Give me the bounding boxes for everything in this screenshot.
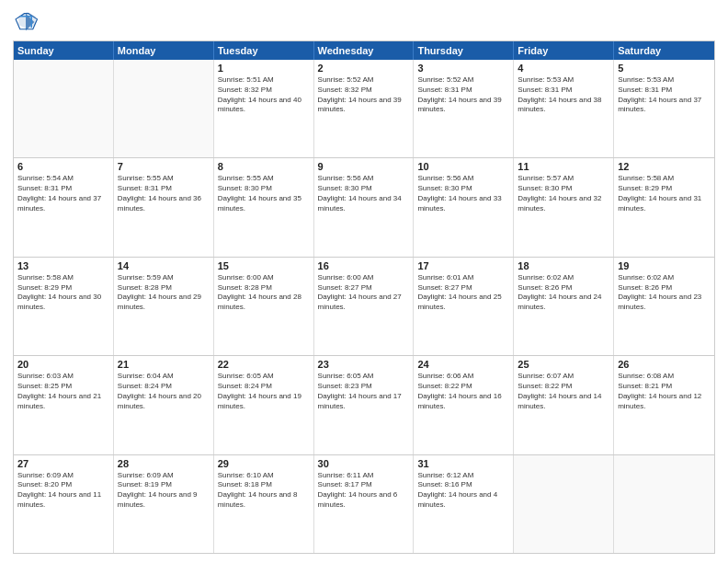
calendar-cell: 17Sunrise: 6:01 AM Sunset: 8:27 PM Dayli… bbox=[414, 258, 514, 355]
calendar-cell bbox=[114, 60, 214, 157]
calendar-cell: 28Sunrise: 6:09 AM Sunset: 8:19 PM Dayli… bbox=[114, 455, 214, 553]
calendar-row: 27Sunrise: 6:09 AM Sunset: 8:20 PM Dayli… bbox=[14, 455, 714, 553]
calendar-cell: 18Sunrise: 6:02 AM Sunset: 8:26 PM Dayli… bbox=[514, 258, 614, 355]
day-number: 17 bbox=[417, 260, 509, 271]
day-info: Sunrise: 5:53 AM Sunset: 8:31 PM Dayligh… bbox=[618, 75, 711, 115]
day-info: Sunrise: 6:08 AM Sunset: 8:21 PM Dayligh… bbox=[618, 372, 711, 411]
day-number: 18 bbox=[518, 260, 609, 271]
day-number: 20 bbox=[17, 359, 109, 370]
day-number: 4 bbox=[518, 63, 609, 74]
calendar-cell: 23Sunrise: 6:05 AM Sunset: 8:23 PM Dayli… bbox=[314, 356, 415, 454]
day-info: Sunrise: 6:01 AM Sunset: 8:27 PM Dayligh… bbox=[417, 273, 509, 313]
calendar: SundayMondayTuesdayWednesdayThursdayFrid… bbox=[13, 40, 715, 554]
day-number: 25 bbox=[518, 359, 609, 370]
day-info: Sunrise: 5:57 AM Sunset: 8:30 PM Dayligh… bbox=[518, 174, 609, 213]
calendar-row: 20Sunrise: 6:03 AM Sunset: 8:25 PM Dayli… bbox=[14, 356, 714, 454]
day-number: 7 bbox=[118, 161, 210, 172]
calendar-cell: 15Sunrise: 6:00 AM Sunset: 8:28 PM Dayli… bbox=[214, 258, 314, 355]
calendar-cell: 5Sunrise: 5:53 AM Sunset: 8:31 PM Daylig… bbox=[614, 60, 714, 157]
weekday-header: Sunday bbox=[14, 41, 114, 60]
logo-icon bbox=[13, 9, 39, 35]
day-number: 1 bbox=[218, 63, 310, 74]
calendar-cell: 20Sunrise: 6:03 AM Sunset: 8:25 PM Dayli… bbox=[14, 356, 114, 454]
header bbox=[13, 9, 715, 35]
weekday-header: Saturday bbox=[614, 41, 714, 60]
calendar-cell: 21Sunrise: 6:04 AM Sunset: 8:24 PM Dayli… bbox=[114, 356, 214, 454]
day-info: Sunrise: 6:03 AM Sunset: 8:25 PM Dayligh… bbox=[17, 372, 109, 411]
calendar-cell: 19Sunrise: 6:02 AM Sunset: 8:26 PM Dayli… bbox=[614, 258, 714, 355]
calendar-cell bbox=[614, 455, 714, 553]
calendar-row: 6Sunrise: 5:54 AM Sunset: 8:31 PM Daylig… bbox=[14, 158, 714, 257]
calendar-cell: 27Sunrise: 6:09 AM Sunset: 8:20 PM Dayli… bbox=[14, 455, 114, 553]
calendar-cell: 4Sunrise: 5:53 AM Sunset: 8:31 PM Daylig… bbox=[514, 60, 614, 157]
day-info: Sunrise: 6:02 AM Sunset: 8:26 PM Dayligh… bbox=[518, 273, 609, 313]
day-info: Sunrise: 5:51 AM Sunset: 8:32 PM Dayligh… bbox=[218, 75, 310, 115]
day-info: Sunrise: 5:55 AM Sunset: 8:30 PM Dayligh… bbox=[218, 174, 310, 213]
calendar-cell: 1Sunrise: 5:51 AM Sunset: 8:32 PM Daylig… bbox=[214, 60, 314, 157]
day-info: Sunrise: 5:55 AM Sunset: 8:31 PM Dayligh… bbox=[118, 174, 210, 213]
day-number: 31 bbox=[417, 458, 509, 469]
day-number: 12 bbox=[618, 161, 711, 172]
day-info: Sunrise: 6:11 AM Sunset: 8:17 PM Dayligh… bbox=[318, 471, 410, 511]
day-number: 13 bbox=[17, 260, 109, 271]
day-number: 14 bbox=[118, 260, 210, 271]
calendar-row: 13Sunrise: 5:58 AM Sunset: 8:29 PM Dayli… bbox=[14, 258, 714, 356]
calendar-body: 1Sunrise: 5:51 AM Sunset: 8:32 PM Daylig… bbox=[14, 60, 714, 553]
day-info: Sunrise: 6:00 AM Sunset: 8:28 PM Dayligh… bbox=[218, 273, 310, 313]
weekday-header: Friday bbox=[514, 41, 614, 60]
calendar-cell: 7Sunrise: 5:55 AM Sunset: 8:31 PM Daylig… bbox=[114, 158, 214, 256]
calendar-cell: 9Sunrise: 5:56 AM Sunset: 8:30 PM Daylig… bbox=[314, 158, 415, 256]
day-info: Sunrise: 6:05 AM Sunset: 8:23 PM Dayligh… bbox=[318, 372, 410, 411]
day-number: 15 bbox=[218, 260, 310, 271]
weekday-header: Thursday bbox=[414, 41, 514, 60]
day-number: 24 bbox=[417, 359, 509, 370]
day-number: 27 bbox=[17, 458, 109, 469]
calendar-cell: 12Sunrise: 5:58 AM Sunset: 8:29 PM Dayli… bbox=[614, 158, 714, 256]
day-info: Sunrise: 5:52 AM Sunset: 8:31 PM Dayligh… bbox=[417, 75, 509, 115]
calendar-cell: 16Sunrise: 6:00 AM Sunset: 8:27 PM Dayli… bbox=[314, 258, 415, 355]
day-number: 9 bbox=[318, 161, 410, 172]
day-number: 21 bbox=[118, 359, 210, 370]
day-info: Sunrise: 6:06 AM Sunset: 8:22 PM Dayligh… bbox=[417, 372, 509, 411]
calendar-cell: 2Sunrise: 5:52 AM Sunset: 8:32 PM Daylig… bbox=[314, 60, 415, 157]
day-info: Sunrise: 6:04 AM Sunset: 8:24 PM Dayligh… bbox=[118, 372, 210, 411]
calendar-cell: 10Sunrise: 5:56 AM Sunset: 8:30 PM Dayli… bbox=[414, 158, 514, 256]
day-number: 28 bbox=[118, 458, 210, 469]
weekday-header: Tuesday bbox=[214, 41, 314, 60]
day-number: 6 bbox=[17, 161, 109, 172]
calendar-cell: 11Sunrise: 5:57 AM Sunset: 8:30 PM Dayli… bbox=[514, 158, 614, 256]
day-number: 19 bbox=[618, 260, 711, 271]
calendar-cell: 26Sunrise: 6:08 AM Sunset: 8:21 PM Dayli… bbox=[614, 356, 714, 454]
day-number: 29 bbox=[218, 458, 310, 469]
day-info: Sunrise: 5:52 AM Sunset: 8:32 PM Dayligh… bbox=[318, 75, 410, 115]
day-number: 22 bbox=[218, 359, 310, 370]
calendar-cell: 29Sunrise: 6:10 AM Sunset: 8:18 PM Dayli… bbox=[214, 455, 314, 553]
day-number: 26 bbox=[618, 359, 711, 370]
calendar-cell bbox=[14, 60, 114, 157]
day-number: 16 bbox=[318, 260, 410, 271]
day-info: Sunrise: 5:58 AM Sunset: 8:29 PM Dayligh… bbox=[17, 273, 109, 313]
day-number: 3 bbox=[417, 63, 509, 74]
calendar-row: 1Sunrise: 5:51 AM Sunset: 8:32 PM Daylig… bbox=[14, 60, 714, 158]
day-number: 11 bbox=[518, 161, 609, 172]
day-info: Sunrise: 6:02 AM Sunset: 8:26 PM Dayligh… bbox=[618, 273, 711, 313]
day-number: 23 bbox=[318, 359, 410, 370]
calendar-cell: 6Sunrise: 5:54 AM Sunset: 8:31 PM Daylig… bbox=[14, 158, 114, 256]
day-info: Sunrise: 5:56 AM Sunset: 8:30 PM Dayligh… bbox=[417, 174, 509, 213]
day-info: Sunrise: 6:10 AM Sunset: 8:18 PM Dayligh… bbox=[218, 471, 310, 511]
day-info: Sunrise: 5:53 AM Sunset: 8:31 PM Dayligh… bbox=[518, 75, 609, 115]
calendar-header: SundayMondayTuesdayWednesdayThursdayFrid… bbox=[14, 41, 714, 60]
weekday-header: Wednesday bbox=[314, 41, 415, 60]
day-number: 5 bbox=[618, 63, 711, 74]
day-info: Sunrise: 6:05 AM Sunset: 8:24 PM Dayligh… bbox=[218, 372, 310, 411]
calendar-cell: 3Sunrise: 5:52 AM Sunset: 8:31 PM Daylig… bbox=[414, 60, 514, 157]
day-info: Sunrise: 6:00 AM Sunset: 8:27 PM Dayligh… bbox=[318, 273, 410, 313]
calendar-cell: 30Sunrise: 6:11 AM Sunset: 8:17 PM Dayli… bbox=[314, 455, 415, 553]
calendar-cell: 14Sunrise: 5:59 AM Sunset: 8:28 PM Dayli… bbox=[114, 258, 214, 355]
calendar-cell: 24Sunrise: 6:06 AM Sunset: 8:22 PM Dayli… bbox=[414, 356, 514, 454]
day-number: 8 bbox=[218, 161, 310, 172]
day-info: Sunrise: 5:56 AM Sunset: 8:30 PM Dayligh… bbox=[318, 174, 410, 213]
logo bbox=[13, 9, 42, 35]
day-info: Sunrise: 6:07 AM Sunset: 8:22 PM Dayligh… bbox=[518, 372, 609, 411]
day-number: 30 bbox=[318, 458, 410, 469]
